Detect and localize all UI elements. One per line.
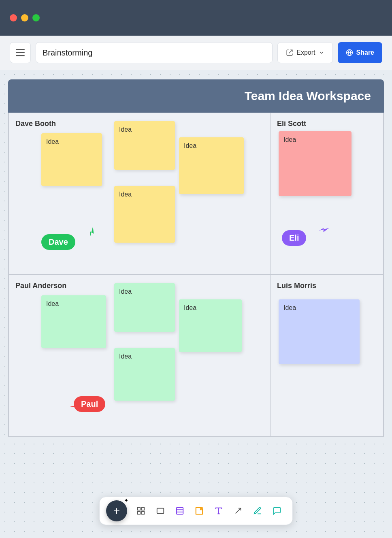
note-paul-2[interactable]: Idea: [114, 283, 175, 332]
note-text: Idea: [184, 142, 196, 149]
quadrant-luis[interactable]: Luis Morris Idea: [270, 275, 383, 437]
maximize-button[interactable]: [32, 14, 40, 21]
svg-rect-8: [138, 512, 140, 514]
comment-icon: [273, 506, 281, 515]
svg-rect-11: [177, 508, 183, 515]
note-text: Idea: [283, 304, 296, 311]
cursor-eli-wrap: Eli: [282, 230, 306, 246]
canvas-area[interactable]: Team Idea Workspace Dave Booth Idea Idea…: [0, 70, 392, 538]
note-dave-1[interactable]: Idea: [41, 133, 102, 186]
svg-rect-10: [157, 508, 164, 514]
line-icon: [234, 506, 243, 515]
hamburger-icon: [16, 49, 25, 56]
svg-line-0: [289, 50, 292, 53]
quadrant-dave[interactable]: Dave Booth Idea Idea Idea Idea D: [9, 113, 270, 275]
quadrant-grid: Dave Booth Idea Idea Idea Idea D: [8, 113, 384, 437]
note-text: Idea: [119, 126, 132, 133]
svg-line-17: [236, 508, 241, 514]
menu-button[interactable]: [10, 42, 31, 63]
note-text: Idea: [119, 353, 132, 360]
marker-icon: [253, 506, 262, 515]
marker-tool-button[interactable]: [249, 502, 266, 520]
comment-tool-button[interactable]: [268, 502, 286, 520]
note-tool-button[interactable]: [190, 502, 208, 520]
note-paul-4[interactable]: Idea: [114, 348, 175, 401]
quadrant-eli-label: Eli Scott: [277, 120, 377, 128]
cursor-dave-bubble: Dave: [41, 234, 75, 250]
note-text: Idea: [46, 138, 59, 145]
note-text: Idea: [283, 136, 296, 143]
bottom-toolbar: ✦ +: [99, 497, 293, 525]
workspace-header: Team Idea Workspace: [8, 79, 384, 113]
sticky-icon: [175, 506, 184, 515]
quadrant-eli[interactable]: Eli Scott Idea Eli: [270, 113, 383, 275]
cursor-dave-arrow: [86, 226, 97, 237]
share-button[interactable]: Share: [338, 42, 382, 63]
note-paul-3[interactable]: Idea: [179, 299, 242, 352]
cursor-eli-arrow: [318, 224, 330, 235]
note-dave-4[interactable]: Idea: [114, 186, 175, 243]
export-icon: [286, 49, 293, 56]
note-paul-1[interactable]: Idea: [41, 295, 106, 348]
note-text: Idea: [46, 300, 59, 307]
chevron-down-icon: [319, 50, 324, 56]
title-input-wrap: Brainstorming: [36, 42, 273, 63]
note-text: Idea: [119, 191, 132, 198]
toolbar: Brainstorming Export Share: [0, 36, 392, 70]
cursor-paul-wrap: Paul: [74, 396, 105, 412]
cursor-paul-name: Paul: [81, 399, 98, 409]
rectangle-tool-button[interactable]: [151, 502, 169, 520]
note-dave-2[interactable]: Idea: [114, 121, 175, 170]
share-label: Share: [356, 49, 374, 56]
add-icon: +: [113, 504, 120, 517]
export-button[interactable]: Export: [277, 42, 332, 63]
quadrant-luis-label: Luis Morris: [277, 282, 377, 290]
svg-marker-4: [319, 224, 329, 234]
cursor-eli-bubble: Eli: [282, 230, 306, 246]
text-tool-button[interactable]: [210, 502, 228, 520]
note-dave-3[interactable]: Idea: [179, 137, 244, 194]
rectangle-icon: [156, 506, 165, 515]
text-icon: [214, 506, 223, 515]
svg-rect-9: [142, 512, 144, 514]
note-luis-1[interactable]: Idea: [279, 299, 360, 364]
svg-marker-3: [86, 226, 96, 237]
close-button[interactable]: [10, 14, 17, 21]
cursor-eli-name: Eli: [289, 233, 299, 243]
svg-rect-7: [142, 508, 144, 510]
sparkle-icon: ✦: [124, 497, 129, 504]
add-button-wrap: ✦ +: [106, 500, 127, 521]
globe-icon: [346, 49, 353, 56]
svg-rect-6: [138, 508, 140, 510]
traffic-lights: [10, 14, 40, 21]
note-text: Idea: [184, 304, 196, 311]
workspace-title: Team Idea Workspace: [245, 89, 371, 102]
export-label: Export: [296, 49, 315, 56]
cursor-dave-name: Dave: [49, 237, 68, 247]
frames-tool-button[interactable]: [132, 502, 150, 520]
line-tool-button[interactable]: [229, 502, 247, 520]
frames-icon: [136, 506, 145, 515]
document-title[interactable]: Brainstorming: [43, 48, 92, 58]
note-text: Idea: [119, 288, 132, 295]
cursor-paul-bubble: Paul: [74, 396, 105, 412]
sticky-tool-button[interactable]: [171, 502, 189, 520]
add-button[interactable]: +: [106, 500, 127, 521]
cursor-dave-wrap: Dave: [41, 234, 75, 250]
title-bar: [0, 0, 392, 36]
minimize-button[interactable]: [21, 14, 28, 21]
quadrant-paul[interactable]: Paul Anderson Idea Idea Idea Idea Paul: [9, 275, 270, 437]
note-icon: [195, 506, 204, 515]
note-eli-1[interactable]: Idea: [279, 131, 352, 196]
